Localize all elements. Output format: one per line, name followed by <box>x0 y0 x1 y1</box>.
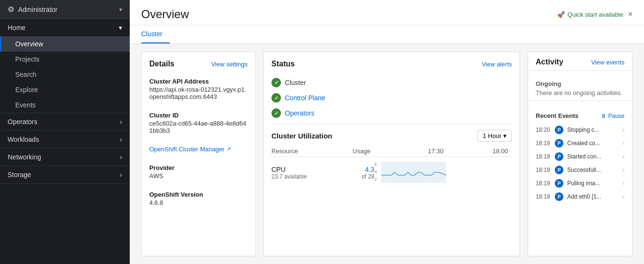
cpu-resource-cell: CPU 23.7 available <box>271 157 335 189</box>
control-plane-link[interactable]: Control Plane <box>285 94 325 102</box>
view-alerts-link[interactable]: View alerts <box>482 61 512 68</box>
chevron-down-icon: ▾ <box>119 6 122 13</box>
event-time: 18:19 <box>536 153 551 160</box>
chevron-right-icon: › <box>623 167 624 173</box>
event-item[interactable]: 18:19 P Started con... › <box>528 150 632 163</box>
tabs-bar: Cluster <box>130 25 644 44</box>
event-item[interactable]: 18:19 P Successfull... › <box>528 163 632 177</box>
col-time2: 18:00 <box>458 146 512 157</box>
cpu-usage-total: of 28 <box>335 173 374 180</box>
sidebar-item-overview[interactable]: Overview <box>0 36 130 52</box>
content-area: Details View settings Cluster API Addres… <box>130 44 644 264</box>
cpu-label: CPU <box>271 166 335 173</box>
event-text: Pulling ima... <box>567 180 619 187</box>
quick-start-banner: 🚀 Quick start available × <box>557 10 633 19</box>
provider-value: AWS <box>149 172 248 180</box>
event-item[interactable]: 18:20 P Stopping c... › <box>528 123 632 137</box>
networking-section: Networking › <box>0 148 130 166</box>
chevron-right-icon: › <box>623 140 624 147</box>
ongoing-text: There are no ongoing activities. <box>536 89 624 96</box>
details-card: Details View settings Cluster API Addres… <box>141 52 256 256</box>
view-events-link[interactable]: View events <box>591 59 624 66</box>
cpu-usage-value: 4.3 <box>335 166 374 173</box>
admin-label: Administrator <box>18 6 57 13</box>
quick-start-close-button[interactable]: × <box>628 10 633 19</box>
version-value: 4.6.8 <box>149 199 248 206</box>
cpu-chart: 6 4 2 <box>374 161 446 185</box>
event-item[interactable]: 18:19 P Created co... › <box>528 137 632 150</box>
operators-status-link[interactable]: Operators <box>285 109 314 117</box>
chevron-right-icon: › <box>120 118 122 126</box>
svg-text:6: 6 <box>374 162 377 167</box>
openshift-cluster-manager-link[interactable]: OpenShift Cluster Manager ↗ <box>149 146 248 153</box>
provider-field: Provider AWS <box>149 164 248 180</box>
sidebar-item-explore[interactable]: Explore <box>0 82 130 97</box>
view-settings-link[interactable]: View settings <box>211 61 248 68</box>
activity-title: Activity <box>536 58 563 66</box>
chevron-right-icon: › <box>623 153 624 160</box>
utilization-title: Cluster Utilization <box>271 132 332 140</box>
operators-section-header[interactable]: Operators › <box>0 113 130 130</box>
event-time: 18:20 <box>536 127 551 133</box>
event-time: 18:19 <box>536 193 551 200</box>
utilization-table: Resource Usage 17:30 18:00 CPU 23.7 avai… <box>271 146 512 189</box>
event-time: 18:19 <box>536 167 551 173</box>
recent-events-title: Recent Events <box>536 112 579 119</box>
svg-text:2: 2 <box>374 177 377 182</box>
external-link-icon: ↗ <box>227 146 231 152</box>
recent-events-section: Recent Events ⏸ Pause 18:20 P Stopping c… <box>528 106 632 205</box>
openshift-version-field: OpenShift Version 4.6.8 <box>149 191 248 206</box>
storage-label: Storage <box>8 171 31 179</box>
chevron-right-icon: › <box>623 127 624 133</box>
chevron-right-icon: › <box>120 153 122 161</box>
time-range-dropdown[interactable]: 1 Hour ▾ <box>478 130 512 142</box>
cluster-id-value: ce5c602a-cd65-44ae-a888-4e8d641bb3b3 <box>149 120 248 134</box>
svg-text:4: 4 <box>374 169 377 174</box>
ongoing-title: Ongoing <box>536 80 624 87</box>
col-time1: 17:30 <box>374 146 458 157</box>
chevron-right-icon: › <box>120 136 122 143</box>
home-section-header[interactable]: Home ▾ <box>0 19 130 36</box>
chevron-down-icon: ▾ <box>503 132 507 139</box>
event-time: 18:19 <box>536 140 551 147</box>
event-item[interactable]: 18:19 P Pulling ima... › <box>528 177 632 190</box>
workloads-section-header[interactable]: Workloads › <box>0 131 130 148</box>
event-icon: P <box>555 166 563 174</box>
tab-cluster[interactable]: Cluster <box>141 25 170 43</box>
workloads-section: Workloads › <box>0 131 130 148</box>
storage-section-header[interactable]: Storage › <box>0 166 130 183</box>
cpu-usage-cell: 4.3 of 28 <box>335 157 374 189</box>
version-label: OpenShift Version <box>149 191 248 198</box>
event-item[interactable]: 18:19 P Add eth0 [1... › <box>528 190 632 203</box>
cluster-status-label: Cluster <box>285 79 306 86</box>
event-time: 18:19 <box>536 180 551 187</box>
operators-label: Operators <box>8 118 37 126</box>
sidebar-item-projects[interactable]: Projects <box>0 52 130 67</box>
status-ok-icon <box>271 93 281 103</box>
chevron-down-icon: ▾ <box>119 24 122 32</box>
sidebar-item-search[interactable]: Search <box>0 67 130 82</box>
ongoing-section: Ongoing There are no ongoing activities. <box>528 76 632 101</box>
storage-section: Storage › <box>0 166 130 184</box>
networking-label: Networking <box>8 153 41 161</box>
event-icon: P <box>555 139 563 148</box>
pause-button[interactable]: ⏸ Pause <box>601 113 624 119</box>
networking-section-header[interactable]: Networking › <box>0 148 130 166</box>
utilization-section: Cluster Utilization 1 Hour ▾ Resource Us… <box>271 124 512 189</box>
pause-icon: ⏸ <box>601 113 606 119</box>
event-text: Stopping c... <box>567 127 619 133</box>
event-text: Add eth0 [1... <box>567 193 619 200</box>
gear-icon: ⚙ <box>8 5 14 14</box>
home-section: Home ▾ Overview Projects Search Explore … <box>0 19 130 113</box>
main-content: Overview 🚀 Quick start available × Clust… <box>130 0 644 264</box>
status-ok-icon <box>271 108 281 118</box>
event-text: Created co... <box>567 140 619 147</box>
sidebar-item-events[interactable]: Events <box>0 97 130 113</box>
api-address-label: Cluster API Address <box>149 78 248 85</box>
status-card: Status View alerts Cluster Control Plane… <box>263 52 520 256</box>
event-text: Started con... <box>567 153 619 160</box>
details-title: Details <box>149 60 174 68</box>
control-plane-status-item: Control Plane <box>271 93 512 103</box>
chevron-right-icon: › <box>623 180 624 187</box>
admin-menu[interactable]: ⚙ Administrator ▾ <box>0 0 130 19</box>
